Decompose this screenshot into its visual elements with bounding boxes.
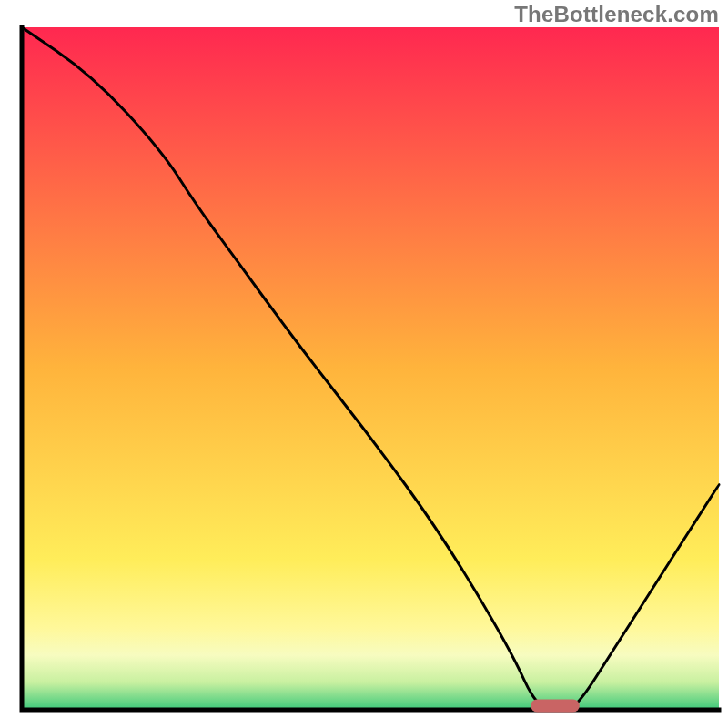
chart-frame: TheBottleneck.com <box>0 0 728 728</box>
bottleneck-chart <box>0 0 728 728</box>
gradient-background <box>22 27 719 710</box>
optimal-range-marker <box>531 700 580 713</box>
